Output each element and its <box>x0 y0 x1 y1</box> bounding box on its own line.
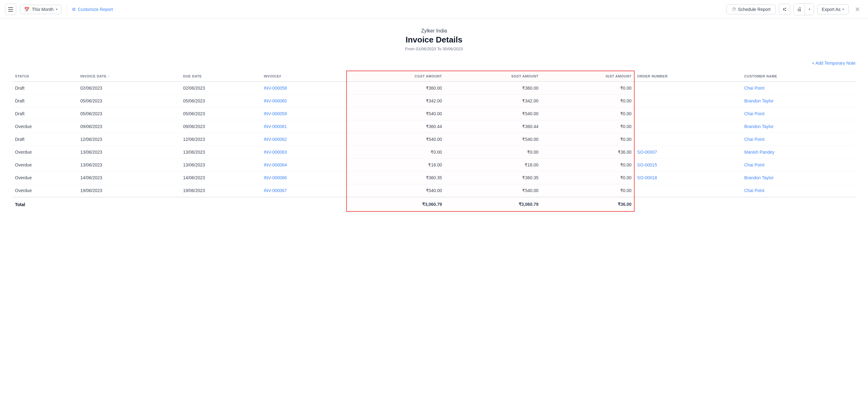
cell-cgst_amount: ₹342.00 <box>346 95 445 107</box>
report-table: STATUSINVOICE DATE ↑DUE DATEINVOICE#CGST… <box>12 71 856 212</box>
export-label: Export As <box>822 7 840 12</box>
cell-igst_amount: ₹36.00 <box>541 146 634 159</box>
cell-invoice_num: INV-000064 <box>261 159 346 171</box>
th-sgst_amount: SGST AMOUNT <box>445 71 541 81</box>
cell-invoice_date: 13/06/2023 <box>78 159 181 171</box>
cell-cgst_amount: ₹360.35 <box>346 171 445 184</box>
table-row: Overdue14/06/202314/06/2023INV-000066₹36… <box>12 171 856 184</box>
cell-cgst_amount: ₹18.00 <box>346 159 445 171</box>
invoice-link[interactable]: INV-000059 <box>264 111 287 116</box>
cell-invoice_date: 02/06/2023 <box>78 81 181 95</box>
cell-sgst_amount: ₹540.00 <box>445 133 541 146</box>
customer-link[interactable]: Chai Point <box>744 188 765 193</box>
report-date-range: From 01/06/2023 To 30/06/2023 <box>12 46 856 51</box>
cell-customer_name: Chai Point <box>742 184 856 197</box>
header: 📅 This Month ▾ ⚙ Customize Report ⏱ Sche… <box>0 0 868 19</box>
cell-status: Draft <box>12 81 78 95</box>
cell-due_date: 13/06/2023 <box>181 146 261 159</box>
cell-sgst_amount: ₹360.00 <box>445 81 541 95</box>
close-button[interactable]: ✕ <box>852 4 863 15</box>
th-status: STATUS <box>12 71 78 81</box>
cell-order_number <box>634 107 742 120</box>
cell-due_date: 13/06/2023 <box>181 159 261 171</box>
cell-customer_name: Brandon Taylor <box>742 120 856 133</box>
th-invoice_date: INVOICE DATE ↑ <box>78 71 181 81</box>
add-note-row: + Add Temporary Note <box>12 61 856 66</box>
customize-report-button[interactable]: ⚙ Customize Report <box>72 7 113 12</box>
order-link[interactable]: SO-00007 <box>637 149 657 155</box>
invoice-link[interactable]: INV-000058 <box>264 86 287 91</box>
share-button[interactable]: ⑆ <box>779 4 790 15</box>
cell-invoice_date: 05/06/2023 <box>78 95 181 107</box>
print-button[interactable]: 🖨 <box>794 4 805 15</box>
cell-sgst_amount: ₹18.00 <box>445 159 541 171</box>
add-note-button[interactable]: + Add Temporary Note <box>812 61 856 66</box>
total-cell-invoice_date <box>78 197 181 211</box>
invoice-link[interactable]: INV-000063 <box>264 149 287 155</box>
cell-igst_amount: ₹0.00 <box>541 184 634 197</box>
order-link[interactable]: SO-00015 <box>637 162 657 167</box>
cell-due_date: 02/06/2023 <box>181 81 261 95</box>
customer-link[interactable]: Chai Point <box>744 162 765 167</box>
close-icon: ✕ <box>855 6 860 13</box>
cell-cgst_amount: ₹360.44 <box>346 120 445 133</box>
cell-invoice_date: 09/06/2023 <box>78 120 181 133</box>
invoice-link[interactable]: INV-000060 <box>264 98 287 103</box>
cell-status: Overdue <box>12 159 78 171</box>
cell-order_number: SO-00018 <box>634 171 742 184</box>
cell-invoice_date: 13/06/2023 <box>78 146 181 159</box>
date-filter-button[interactable]: 📅 This Month ▾ <box>20 5 62 14</box>
cell-invoice_num: INV-000067 <box>261 184 346 197</box>
chevron-down-icon: ▾ <box>56 7 58 11</box>
order-link[interactable]: SO-00018 <box>637 175 657 180</box>
th-customer_name: CUSTOMER NAME <box>742 71 856 81</box>
cell-invoice_num: INV-000066 <box>261 171 346 184</box>
th-cgst_amount: CGST AMOUNT <box>346 71 445 81</box>
print-dropdown-button[interactable]: ▾ <box>805 4 814 15</box>
cell-sgst_amount: ₹342.00 <box>445 95 541 107</box>
cell-order_number <box>634 81 742 95</box>
customer-link[interactable]: Chai Point <box>744 86 765 91</box>
invoice-link[interactable]: INV-000064 <box>264 162 287 167</box>
customer-link[interactable]: Chai Point <box>744 137 765 142</box>
schedule-report-button[interactable]: ⏱ Schedule Report <box>726 4 776 14</box>
total-cell-customer_name <box>742 197 856 211</box>
gear-icon: ⚙ <box>72 7 76 12</box>
menu-button[interactable] <box>5 4 16 15</box>
total-cell-cgst_amount: ₹3,060.79 <box>346 197 445 211</box>
clock-icon: ⏱ <box>732 7 736 12</box>
cell-igst_amount: ₹0.00 <box>541 159 634 171</box>
date-filter-label: This Month <box>32 7 54 12</box>
customer-link[interactable]: Chai Point <box>744 111 765 116</box>
table-row: Draft12/06/202312/06/2023INV-000062₹540.… <box>12 133 856 146</box>
calendar-icon: 📅 <box>24 7 29 12</box>
invoice-link[interactable]: INV-000066 <box>264 175 287 180</box>
cell-sgst_amount: ₹360.35 <box>445 171 541 184</box>
invoice-link[interactable]: INV-000067 <box>264 188 287 193</box>
th-invoice_num: INVOICE# <box>261 71 346 81</box>
cell-igst_amount: ₹0.00 <box>541 107 634 120</box>
cell-status: Overdue <box>12 146 78 159</box>
customer-link[interactable]: Brandon Taylor <box>744 124 774 129</box>
invoice-link[interactable]: INV-000062 <box>264 137 287 142</box>
cell-status: Overdue <box>12 184 78 197</box>
cell-status: Draft <box>12 95 78 107</box>
invoice-link[interactable]: INV-000061 <box>264 124 287 129</box>
cell-due_date: 19/06/2023 <box>181 184 261 197</box>
cell-order_number: SO-00007 <box>634 146 742 159</box>
schedule-label: Schedule Report <box>738 7 771 12</box>
table-row: Overdue09/06/202309/06/2023INV-000061₹36… <box>12 120 856 133</box>
export-button[interactable]: Export As ▾ <box>817 4 849 14</box>
customer-link[interactable]: Manish Pandey <box>744 149 775 155</box>
cell-igst_amount: ₹0.00 <box>541 95 634 107</box>
customer-link[interactable]: Brandon Taylor <box>744 175 774 180</box>
cell-order_number <box>634 120 742 133</box>
cell-status: Overdue <box>12 120 78 133</box>
cell-sgst_amount: ₹0.00 <box>445 146 541 159</box>
cell-invoice_date: 14/06/2023 <box>78 171 181 184</box>
cell-due_date: 09/06/2023 <box>181 120 261 133</box>
customer-link[interactable]: Brandon Taylor <box>744 98 774 103</box>
table-body: Draft02/06/202302/06/2023INV-000058₹360.… <box>12 81 856 197</box>
cell-invoice_num: INV-000059 <box>261 107 346 120</box>
company-name: Zylker India <box>12 28 856 34</box>
